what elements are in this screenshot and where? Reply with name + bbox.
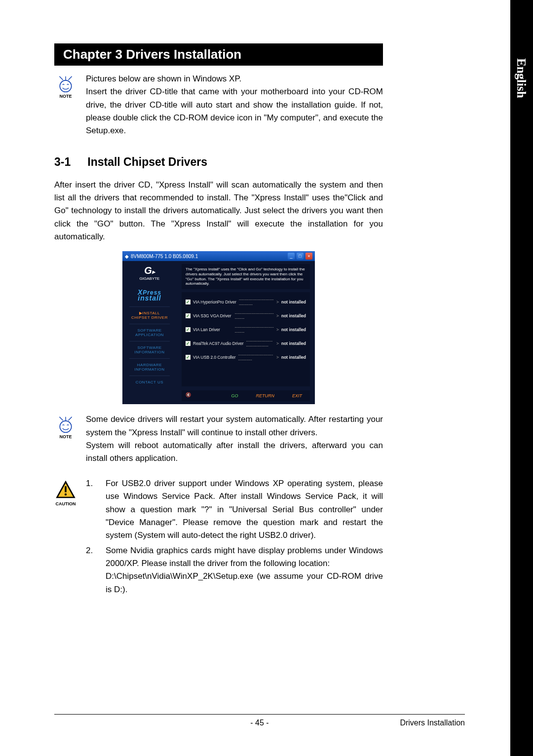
driver-checkbox[interactable]: ✓ xyxy=(186,300,190,304)
svg-point-0 xyxy=(60,80,71,92)
note-label-2: NOTE xyxy=(59,434,72,439)
page-number: - 45 - xyxy=(54,718,465,727)
caution-list: 1.For USB2.0 driver support under Window… xyxy=(86,477,383,598)
sidebar-item[interactable]: HARDWARE INFORMATION xyxy=(129,358,170,376)
sidebar-item[interactable]: ▶INSTALL CHIPSET DRIVER xyxy=(129,306,170,324)
note-icon: NOTE xyxy=(54,76,77,138)
driver-row: ✓VIA HyperionPro Driver-----------------… xyxy=(186,297,306,307)
sidebar-item[interactable]: SOFTWARE INFORMATION xyxy=(129,341,170,358)
window-body: G▸ GIGABYTE XPressinstall ▶INSTALL CHIPS… xyxy=(122,261,315,404)
chapter-title: Chapter 3 Drivers Installation xyxy=(54,43,383,66)
driver-checkbox[interactable]: ✓ xyxy=(186,327,190,332)
warning-triangle-icon xyxy=(55,480,76,501)
language-label: English xyxy=(514,58,528,98)
brand-label: GIGABYTE xyxy=(140,276,160,281)
content-area: Chapter 3 Drivers Installation NOTE Pict… xyxy=(0,0,415,598)
driver-row: ✓VIA USB 2.0 Controller-----------------… xyxy=(186,352,306,362)
driver-status: not installed xyxy=(281,355,306,360)
installer-main: The "Xpress Install" uses the "Click and… xyxy=(177,261,315,404)
installer-buttons: 🔇 GO RETURN EXIT xyxy=(182,390,310,401)
maximize-button[interactable]: □ xyxy=(297,253,304,260)
page-footer: - 45 - Drivers Installation xyxy=(54,714,465,727)
caution-label: CAUTION xyxy=(56,501,76,506)
caution-item: 2.Some Nvidia graphics cards might have … xyxy=(86,544,383,596)
note-label: NOTE xyxy=(59,94,72,99)
driver-row: ✓RealTek AC97 Audio Driver--------------… xyxy=(186,339,306,348)
driver-name: VIA USB 2.0 Controller xyxy=(193,355,235,360)
caution-block: CAUTION 1.For USB2.0 driver support unde… xyxy=(54,477,383,598)
window-title: 8VM800M-775 1.0 B05.0809.1 xyxy=(131,254,286,259)
driver-row: ✓VIA Lan Driver-------------------------… xyxy=(186,325,306,335)
smiley-face-icon xyxy=(57,416,75,434)
driver-status: not installed xyxy=(281,341,306,346)
window-title-bar: ◆ 8VM800M-775 1.0 B05.0809.1 _ □ × xyxy=(122,251,315,261)
note-icon-2: NOTE xyxy=(54,416,77,465)
driver-list: ✓VIA HyperionPro Driver-----------------… xyxy=(182,292,310,387)
driver-name: RealTek AC97 Audio Driver xyxy=(193,341,244,346)
sidebar-item[interactable]: CONTACT US xyxy=(129,376,170,388)
driver-checkbox[interactable]: ✓ xyxy=(186,313,190,318)
xpress-install-logo: XPressinstall xyxy=(138,290,161,302)
paragraph-1: After insert the driver CD, "Xpress Inst… xyxy=(54,179,383,244)
driver-name: VIA HyperionPro Driver xyxy=(193,300,236,304)
caution-item-text: Some Nvidia graphics cards might have di… xyxy=(106,544,383,596)
caution-item: 1.For USB2.0 driver support under Window… xyxy=(86,477,383,542)
side-tab: English xyxy=(510,0,533,756)
caution-item-text: For USB2.0 driver support under Windows … xyxy=(106,477,383,542)
caution-item-number: 2. xyxy=(86,544,96,596)
driver-checkbox[interactable]: ✓ xyxy=(186,341,190,346)
driver-checkbox[interactable]: ✓ xyxy=(186,355,190,360)
installer-screenshot: ◆ 8VM800M-775 1.0 B05.0809.1 _ □ × G▸ GI… xyxy=(122,251,315,404)
section-heading: 3-1 Install Chipset Drivers xyxy=(54,155,383,169)
go-button[interactable]: GO xyxy=(227,392,242,399)
return-button[interactable]: RETURN xyxy=(252,392,278,399)
driver-status: not installed xyxy=(281,313,306,318)
note-block-1: NOTE Pictures below are shown in Windows… xyxy=(54,73,383,138)
driver-row: ✓VIA S3G VGA Driver---------------------… xyxy=(186,311,306,321)
sidebar-item[interactable]: SOFTWARE APPLICATION xyxy=(129,324,170,341)
driver-name: VIA S3G VGA Driver xyxy=(193,313,232,318)
minimize-button[interactable]: _ xyxy=(288,253,295,260)
smiley-face-icon xyxy=(57,76,75,93)
driver-name: VIA Lan Driver xyxy=(193,327,232,332)
page-container: English Chapter 3 Drivers Installation N… xyxy=(0,0,533,756)
caution-icon: CAUTION xyxy=(54,480,77,598)
note-block-2: NOTE Some device drivers will restart yo… xyxy=(54,413,383,465)
note-text-2: Some device drivers will restart your sy… xyxy=(86,413,383,465)
svg-point-1 xyxy=(60,421,71,432)
exit-button[interactable]: EXIT xyxy=(288,392,306,399)
window-icon: ◆ xyxy=(125,254,129,259)
section-title: Install Chipset Drivers xyxy=(87,155,207,169)
caution-item-number: 1. xyxy=(86,477,96,542)
driver-status: not installed xyxy=(281,300,306,304)
svg-rect-2 xyxy=(65,486,67,492)
section-number: 3-1 xyxy=(54,155,71,169)
installer-intro: The "Xpress Install" uses the "Click and… xyxy=(182,264,310,289)
gigabyte-logo: G▸ GIGABYTE xyxy=(140,265,160,281)
svg-point-3 xyxy=(65,493,67,495)
note-text-1: Pictures below are shown in Windows XP. … xyxy=(86,73,383,138)
driver-status: not installed xyxy=(281,327,306,332)
close-button[interactable]: × xyxy=(305,253,312,260)
installer-sidebar: G▸ GIGABYTE XPressinstall ▶INSTALL CHIPS… xyxy=(122,261,177,404)
